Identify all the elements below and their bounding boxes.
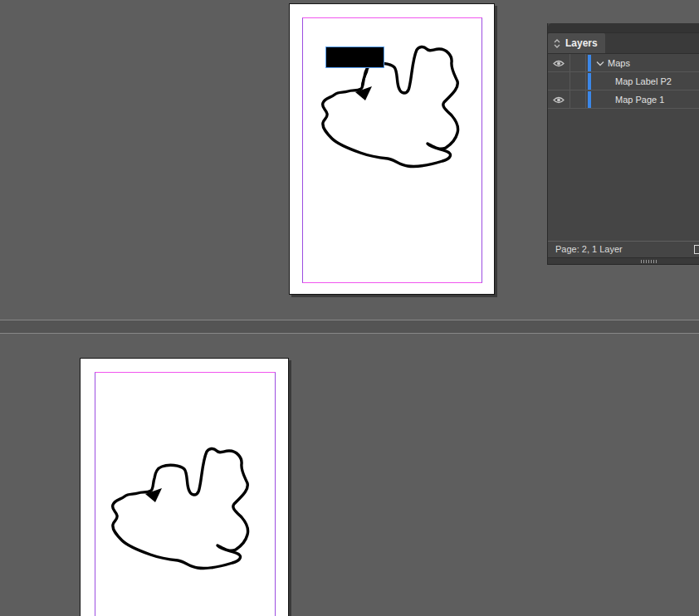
panel-collapse-icon[interactable] bbox=[554, 39, 560, 48]
eye-icon[interactable] bbox=[553, 60, 565, 67]
panel-tab-row: Layers bbox=[548, 33, 699, 54]
resize-grip-icon[interactable] bbox=[641, 260, 658, 263]
spread-separator bbox=[0, 320, 699, 334]
visibility-cell[interactable] bbox=[548, 90, 570, 109]
status-text: Page: 2, 1 Layer bbox=[555, 244, 623, 254]
panel-status-bar: Page: 2, 1 Layer bbox=[548, 241, 699, 257]
map-label-box[interactable] bbox=[325, 46, 384, 68]
map-outline-path[interactable] bbox=[113, 448, 248, 568]
layer-label[interactable]: Map Label P2 bbox=[615, 72, 672, 90]
layer-row-maps[interactable]: Maps bbox=[548, 54, 699, 72]
lock-cell[interactable] bbox=[570, 90, 586, 109]
eye-icon[interactable] bbox=[553, 96, 565, 104]
map-artwork-page-2[interactable] bbox=[81, 359, 289, 616]
layers-list: Maps Map Label P2 Map Page 1 bbox=[548, 54, 699, 241]
lock-cell[interactable] bbox=[570, 72, 586, 90]
layer-color-bar bbox=[588, 73, 591, 90]
new-layer-button[interactable] bbox=[694, 245, 699, 254]
layer-color-bar bbox=[588, 91, 591, 108]
document-page-1[interactable] bbox=[289, 3, 495, 295]
panel-resize-strip[interactable] bbox=[548, 257, 699, 265]
document-page-2[interactable] bbox=[80, 358, 289, 616]
tab-layers[interactable]: Layers bbox=[548, 33, 605, 53]
layer-row-map-label-p2[interactable]: Map Label P2 bbox=[548, 72, 699, 90]
layer-label[interactable]: Maps bbox=[608, 54, 630, 72]
visibility-cell[interactable] bbox=[548, 72, 570, 90]
chevron-down-icon[interactable] bbox=[596, 61, 604, 66]
visibility-cell[interactable] bbox=[548, 54, 570, 72]
layers-panel: Layers Maps bbox=[547, 23, 699, 265]
lock-cell[interactable] bbox=[570, 54, 586, 72]
panel-topbar[interactable] bbox=[548, 23, 699, 33]
layer-color-bar bbox=[588, 55, 591, 71]
layer-row-map-page-1[interactable]: Map Page 1 bbox=[548, 90, 699, 109]
map-artwork-page-1[interactable] bbox=[290, 4, 495, 295]
layer-label[interactable]: Map Page 1 bbox=[615, 90, 664, 109]
tab-layers-label: Layers bbox=[565, 37, 598, 49]
